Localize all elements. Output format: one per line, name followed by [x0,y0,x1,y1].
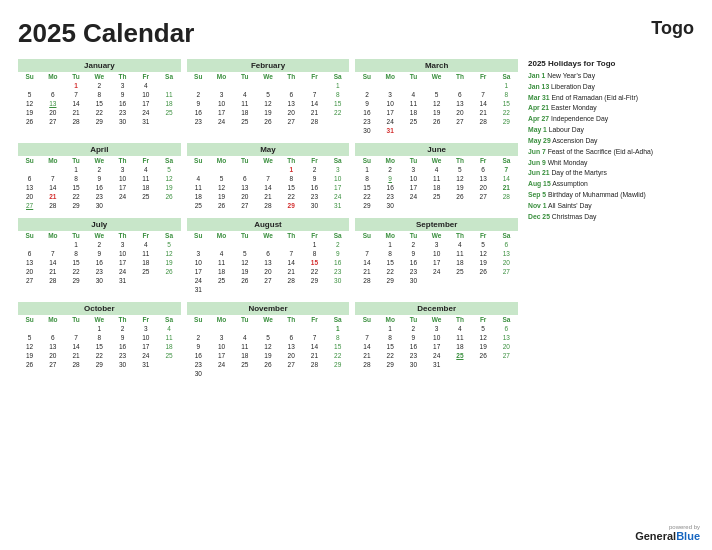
day-cell: 25 [134,267,157,276]
day-cell: 28 [355,276,378,285]
day-cell: 3 [425,324,448,333]
day-cell: 5 [157,240,180,249]
day-cell: 29 [88,117,111,126]
day-cell: 7 [64,90,87,99]
day-cell: 6 [41,90,64,99]
col-header-sa: Sa [157,315,180,324]
day-cell: 11 [134,249,157,258]
day-cell: 11 [425,174,448,183]
day-cell: 29 [355,201,378,210]
day-cell: 24 [187,276,210,285]
day-cell: 2 [379,165,402,174]
day-cell: 21 [303,108,326,117]
day-cell [425,126,448,135]
day-cell: 11 [157,333,180,342]
day-cell: 26 [256,117,279,126]
day-cell: 14 [495,174,518,183]
day-cell: 24 [425,351,448,360]
day-cell: 24 [134,351,157,360]
day-cell: 11 [233,342,256,351]
day-cell: 12 [18,342,41,351]
day-cell: 20 [18,267,41,276]
month-april: AprilSuMoTuWeThFrSa123456789101112131415… [18,143,181,210]
day-cell: 6 [280,333,303,342]
holiday-date: Jan 1 [528,72,545,79]
day-cell: 7 [495,165,518,174]
powered-by-section: powered by GeneralBlue [635,524,700,542]
day-cell: 30 [111,117,134,126]
day-cell: 19 [256,108,279,117]
day-cell [326,117,349,126]
day-cell: 21 [355,351,378,360]
col-header-we: We [425,72,448,81]
day-cell: 14 [41,183,64,192]
day-cell: 8 [303,249,326,258]
col-header-we: We [256,231,279,240]
day-cell [18,324,41,333]
day-cell: 27 [233,201,256,210]
day-cell: 2 [402,240,425,249]
brand-general: General [635,530,676,542]
day-cell: 4 [425,165,448,174]
day-cell: 7 [256,174,279,183]
col-header-su: Su [18,315,41,324]
month-june: JuneSuMoTuWeThFrSa1234567891011121314151… [355,143,518,210]
holiday-item: Jun 21 Day of the Martyrs [528,169,694,178]
day-cell [41,240,64,249]
day-cell: 9 [187,342,210,351]
day-cell: 25 [448,267,471,276]
day-cell [448,360,471,369]
day-cell: 24 [210,360,233,369]
day-cell [134,201,157,210]
day-cell [210,81,233,90]
day-cell: 6 [472,165,495,174]
day-cell: 12 [472,333,495,342]
holiday-date: May 1 [528,126,547,133]
col-header-tu: Tu [64,72,87,81]
day-cell: 10 [111,174,134,183]
col-header-mo: Mo [41,231,64,240]
holiday-item: Jun 9 Whit Monday [528,159,694,168]
holiday-item: Sep 5 Birthday of Muhammad (Mawlid) [528,191,694,200]
day-cell: 16 [187,108,210,117]
day-cell: 19 [425,108,448,117]
day-cell: 2 [355,90,378,99]
day-cell [303,324,326,333]
col-header-fr: Fr [303,231,326,240]
day-cell: 12 [157,249,180,258]
day-cell: 1 [379,240,402,249]
country-title: Togo [651,18,694,39]
day-cell: 13 [448,99,471,108]
day-cell: 18 [425,183,448,192]
day-cell: 22 [326,351,349,360]
day-cell [18,240,41,249]
day-cell [402,126,425,135]
day-cell: 6 [18,249,41,258]
day-cell: 15 [64,258,87,267]
day-cell: 7 [355,249,378,258]
day-cell [355,324,378,333]
day-cell: 12 [425,99,448,108]
day-cell: 24 [326,192,349,201]
day-cell: 10 [111,249,134,258]
day-cell: 7 [303,90,326,99]
day-cell: 30 [402,360,425,369]
day-cell [256,324,279,333]
day-cell: 7 [64,333,87,342]
day-cell: 15 [495,99,518,108]
day-cell: 8 [88,90,111,99]
col-header-sa: Sa [326,315,349,324]
day-cell: 3 [111,240,134,249]
holiday-name: All Saints' Day [548,202,592,209]
col-header-we: We [256,72,279,81]
day-cell: 19 [18,351,41,360]
day-cell: 20 [41,351,64,360]
day-cell: 27 [495,267,518,276]
day-cell: 7 [280,249,303,258]
day-cell: 8 [64,249,87,258]
col-header-th: Th [448,156,471,165]
day-cell: 9 [187,99,210,108]
day-cell: 23 [326,267,349,276]
day-cell: 19 [472,342,495,351]
month-august: AugustSuMoTuWeThFrSa12345678910111213141… [187,218,350,294]
